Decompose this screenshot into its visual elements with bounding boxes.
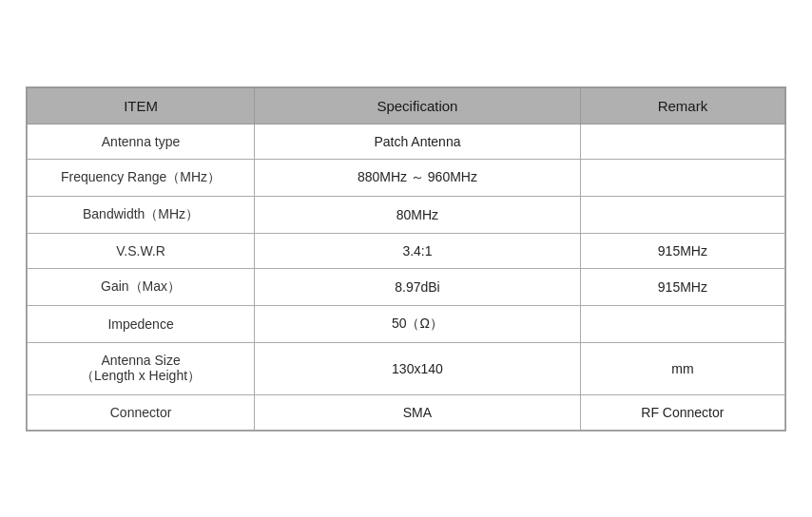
table-row: Impedence50（Ω） (28, 305, 785, 342)
table-row: Antenna typePatch Antenna (28, 124, 785, 159)
cell-item: Bandwidth（MHz） (28, 196, 255, 233)
cell-remark: 915MHz (580, 233, 784, 268)
cell-item: Connector (28, 394, 255, 430)
cell-remark (580, 305, 784, 342)
cell-item: Frequency Range（MHz） (28, 159, 255, 196)
cell-remark: mm (580, 342, 784, 394)
header-remark: Remark (580, 87, 784, 124)
table-row: ConnectorSMARF Connector (28, 394, 785, 430)
cell-remark: 915MHz (580, 268, 784, 305)
table-row: Frequency Range（MHz）880MHz ～ 960MHz (28, 159, 785, 196)
header-specification: Specification (255, 87, 581, 124)
spec-table: ITEM Specification Remark Antenna typePa… (27, 87, 785, 431)
cell-specification: SMA (255, 394, 581, 430)
header-item: ITEM (28, 87, 255, 124)
cell-specification: 8.97dBi (255, 268, 581, 305)
cell-item: Antenna Size（Length x Height） (28, 342, 255, 394)
cell-specification: 880MHz ～ 960MHz (255, 159, 581, 196)
cell-remark (580, 196, 784, 233)
table-row: Antenna Size（Length x Height）130x140mm (28, 342, 785, 394)
cell-specification: 80MHz (255, 196, 581, 233)
cell-specification: 3.4:1 (255, 233, 581, 268)
table-row: Bandwidth（MHz）80MHz (28, 196, 785, 233)
cell-item: V.S.W.R (28, 233, 255, 268)
cell-item: Impedence (28, 305, 255, 342)
cell-specification: 130x140 (255, 342, 581, 394)
cell-remark: RF Connector (580, 394, 784, 430)
table-row: Gain（Max）8.97dBi915MHz (28, 268, 785, 305)
cell-remark (580, 124, 784, 159)
spec-table-wrapper: ITEM Specification Remark Antenna typePa… (26, 86, 786, 431)
cell-item: Antenna type (28, 124, 255, 159)
table-row: V.S.W.R3.4:1915MHz (28, 233, 785, 268)
cell-remark (580, 159, 784, 196)
table-header-row: ITEM Specification Remark (28, 87, 785, 124)
cell-specification: 50（Ω） (255, 305, 581, 342)
cell-specification: Patch Antenna (255, 124, 581, 159)
cell-item: Gain（Max） (28, 268, 255, 305)
